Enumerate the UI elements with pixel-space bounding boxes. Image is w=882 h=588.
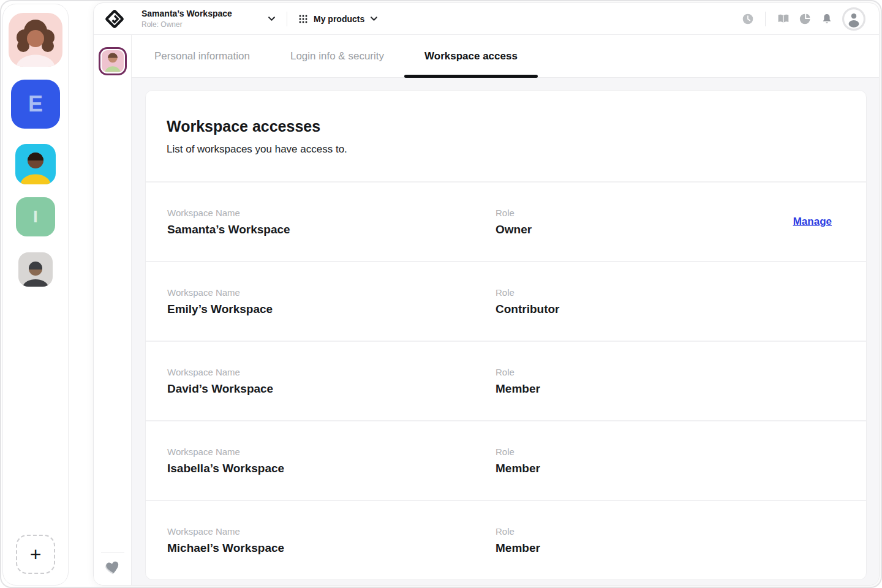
- workspace-selector-name: Samanta’s Workspace: [141, 9, 232, 19]
- topbar: Samanta’s Workspace Role: Owner: [94, 3, 879, 35]
- role-label: Role: [496, 447, 832, 457]
- role-cell: Role Contributor: [496, 287, 832, 316]
- workspace-name-value: Samanta’s Workspace: [167, 223, 496, 236]
- role-value: Contributor: [496, 303, 832, 316]
- role-cell: Role Owner: [496, 208, 793, 236]
- avatar-letter: I: [33, 207, 38, 227]
- profile-avatar-david[interactable]: [15, 144, 56, 184]
- topbar-right: [742, 7, 865, 31]
- plus-icon: +: [30, 545, 42, 564]
- workspace-row: Workspace Name David’s Workspace Role Me…: [146, 341, 866, 420]
- workspace-access-card: Workspace accesses List of workspaces yo…: [145, 90, 867, 580]
- usage-button[interactable]: [799, 13, 812, 25]
- tabs-bar: Personal information Login info & securi…: [132, 35, 879, 78]
- workspace-name-cell: Workspace Name David’s Workspace: [167, 367, 496, 396]
- workspace-name-label: Workspace Name: [167, 526, 496, 537]
- notifications-button[interactable]: [821, 12, 833, 26]
- avatar-letter: E: [28, 91, 43, 117]
- role-cell: Role Member: [496, 367, 832, 396]
- chevron-down-icon: [371, 17, 377, 21]
- workspace-row: Workspace Name Samanta’s Workspace Role …: [146, 181, 866, 261]
- workspace-name-label: Workspace Name: [167, 367, 496, 377]
- feedback-button[interactable]: [105, 560, 120, 575]
- workspace-name-cell: Workspace Name Isabella’s Workspace: [167, 447, 496, 475]
- role-value: Member: [496, 462, 832, 475]
- add-profile-button[interactable]: +: [16, 535, 55, 574]
- workspace-name-value: David’s Workspace: [167, 382, 496, 396]
- clock-icon: [742, 13, 754, 25]
- profile-avatar-isabella[interactable]: I: [16, 197, 55, 236]
- page-subtitle: List of workspaces you have access to.: [167, 143, 845, 156]
- tab-workspace-access[interactable]: Workspace access: [404, 35, 538, 77]
- profile-icon: [842, 7, 865, 31]
- account-menu-button[interactable]: [842, 7, 865, 31]
- workspace-name-value: Michael’s Workspace: [167, 541, 496, 555]
- workspace-name-value: Emily’s Workspace: [167, 303, 496, 316]
- workspace-name-cell: Workspace Name Samanta’s Workspace: [167, 208, 496, 236]
- role-label: Role: [496, 526, 832, 537]
- my-products-button[interactable]: My products: [299, 14, 377, 24]
- man-yellow-hoodie-avatar-image: [15, 144, 56, 184]
- workspace-row: Workspace Name Emily’s Workspace Role Co…: [146, 261, 866, 341]
- role-cell: Role Member: [496, 526, 832, 555]
- card-header: Workspace accesses List of workspaces yo…: [146, 91, 866, 181]
- pie-chart-icon: [799, 13, 812, 25]
- book-icon: [777, 13, 790, 25]
- role-cell: Role Member: [496, 447, 832, 475]
- content-scroll: Workspace accesses List of workspaces yo…: [132, 78, 879, 585]
- panel-body: Personal information Login info & securi…: [94, 35, 879, 585]
- heart-icon: [105, 560, 120, 575]
- profile-avatar-samanta[interactable]: [9, 13, 62, 67]
- woman-curly-hair-avatar-image: [9, 13, 62, 67]
- profiles-sidebar: E I +: [2, 4, 69, 586]
- diamond-logo-icon: [105, 9, 124, 29]
- workspace-name-label: Workspace Name: [167, 287, 496, 298]
- grid-icon: [299, 15, 307, 23]
- topbar-divider: [287, 12, 287, 26]
- my-products-label: My products: [314, 14, 364, 24]
- topbar-divider: [765, 12, 766, 26]
- chevron-down-icon: [268, 17, 275, 21]
- tab-login-info-security[interactable]: Login info & security: [270, 35, 404, 77]
- workspace-selector[interactable]: Samanta’s Workspace Role: Owner: [141, 9, 275, 29]
- role-value: Owner: [496, 223, 793, 236]
- topbar-left: Samanta’s Workspace Role: Owner: [105, 3, 377, 34]
- current-profile-avatar-image: [102, 50, 124, 72]
- page-title: Workspace accesses: [167, 118, 845, 135]
- app-logo[interactable]: [105, 9, 124, 29]
- workspace-name-label: Workspace Name: [167, 447, 496, 457]
- profile-avatar-emily[interactable]: E: [11, 80, 60, 129]
- rail-bottom: [94, 552, 131, 575]
- profile-avatar-michael[interactable]: [18, 252, 53, 287]
- workspace-name-cell: Workspace Name Emily’s Workspace: [167, 287, 496, 316]
- role-label: Role: [496, 287, 832, 298]
- manage-link[interactable]: Manage: [793, 216, 832, 228]
- app-frame: E I +: [0, 0, 882, 588]
- current-profile-avatar[interactable]: [99, 47, 127, 75]
- workspace-name-cell: Workspace Name Michael’s Workspace: [167, 526, 496, 555]
- main-panel: Samanta’s Workspace Role: Owner: [93, 2, 880, 586]
- bell-icon: [821, 12, 833, 26]
- profile-rail: [94, 35, 132, 585]
- workspace-row: Workspace Name Michael’s Workspace Role …: [146, 500, 866, 579]
- workspace-name-label: Workspace Name: [167, 208, 496, 218]
- man-beanie-avatar-image: [18, 252, 53, 287]
- role-label: Role: [496, 208, 793, 218]
- docs-button[interactable]: [777, 13, 790, 25]
- content-area: Personal information Login info & securi…: [132, 35, 879, 585]
- tab-personal-information[interactable]: Personal information: [134, 35, 270, 77]
- workspace-row: Workspace Name Isabella’s Workspace Role…: [146, 420, 866, 500]
- workspace-selector-role: Role: Owner: [141, 20, 232, 29]
- role-label: Role: [496, 367, 832, 377]
- role-value: Member: [496, 541, 832, 555]
- history-button[interactable]: [742, 13, 754, 25]
- role-value: Member: [496, 382, 832, 396]
- workspace-name-value: Isabella’s Workspace: [167, 462, 496, 475]
- rail-divider: [101, 552, 124, 552]
